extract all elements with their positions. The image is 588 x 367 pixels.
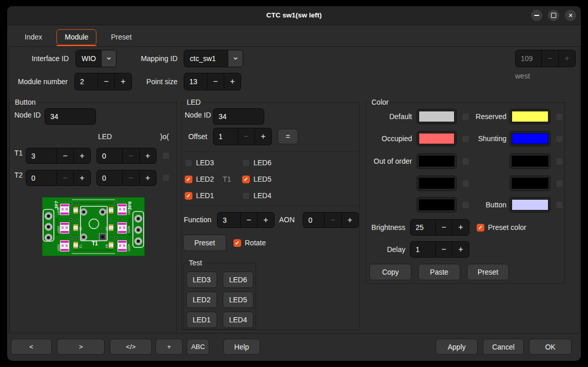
add-button[interactable]: +	[155, 339, 183, 355]
increment-button[interactable]: +	[224, 73, 241, 90]
increment-button[interactable]: +	[452, 242, 469, 257]
led3-checkbox[interactable]	[185, 159, 192, 167]
button-color-checkbox[interactable]	[556, 201, 563, 209]
increment-button[interactable]: +	[73, 148, 90, 163]
t1-checkbox[interactable]	[162, 152, 170, 160]
t2-led-spinner[interactable]: 0 − +	[96, 170, 156, 186]
extra-color-swatch-2[interactable]	[417, 176, 457, 191]
node-id-field[interactable]: 34	[213, 108, 264, 125]
test-led4-button[interactable]: LED4	[223, 312, 253, 328]
default-color-swatch[interactable]	[417, 109, 457, 124]
increment-button[interactable]: +	[73, 170, 90, 185]
led4-label: LED4	[253, 191, 271, 200]
close-button[interactable]: ✕	[565, 10, 576, 21]
led6-checkbox-row[interactable]: LED6	[242, 159, 271, 167]
t1-led-spinner[interactable]: 0 − +	[96, 148, 156, 164]
decrement-button[interactable]: −	[207, 73, 224, 90]
extra-color-checkbox-2[interactable]	[462, 180, 469, 187]
led-preset-button[interactable]: Preset	[183, 235, 226, 251]
led2-checkbox[interactable]: ✓	[185, 176, 192, 183]
test-led3-button[interactable]: LED3	[186, 272, 217, 288]
increment-button[interactable]: +	[139, 148, 156, 163]
extra-color-swatch-1[interactable]	[509, 153, 551, 169]
chevron-down-icon[interactable]: ⌄	[101, 50, 116, 67]
test-led2-button[interactable]: LED2	[186, 292, 217, 308]
decrement-button[interactable]: −	[435, 242, 452, 257]
interface-id-label: Interface ID	[18, 50, 69, 67]
next-button[interactable]: >	[57, 339, 105, 355]
abc-button[interactable]: ABC	[187, 339, 209, 355]
maximize-button[interactable]	[548, 10, 559, 21]
led2-checkbox-row[interactable]: ✓ LED2	[185, 175, 214, 183]
tab-preset[interactable]: Preset	[103, 29, 140, 45]
preset-color-checkbox-row[interactable]: ✓ Preset color	[477, 223, 526, 231]
mapping-id-combobox[interactable]: ctc_sw1 ⌄	[184, 50, 243, 67]
node-id-field[interactable]: 34	[45, 108, 96, 125]
tab-module[interactable]: Module	[56, 29, 96, 45]
apply-button[interactable]: Apply	[436, 339, 478, 355]
led1-checkbox[interactable]: ✓	[185, 192, 192, 200]
chevron-down-icon[interactable]: ⌄	[228, 50, 243, 67]
equals-button[interactable]: =	[278, 129, 298, 144]
minimize-button[interactable]	[531, 10, 542, 21]
led4-checkbox[interactable]	[242, 192, 250, 200]
decrement-button[interactable]: −	[56, 148, 73, 163]
extra-color-swatch-4[interactable]	[417, 197, 457, 213]
increment-button[interactable]: +	[254, 128, 271, 145]
increment-button[interactable]: +	[452, 220, 469, 235]
module-page: Interface ID WIO ⌄ Mapping ID ctc_sw1 ⌄ …	[9, 46, 580, 334]
ok-button[interactable]: OK	[529, 339, 572, 355]
button-color-swatch[interactable]	[509, 197, 551, 213]
decrement-button[interactable]: −	[97, 73, 114, 90]
tab-index[interactable]: Index	[16, 29, 50, 45]
rotate-checkbox[interactable]: ✓	[233, 239, 241, 247]
test-led5-button[interactable]: LED5	[223, 292, 253, 308]
t1-value-spinner[interactable]: 3 − +	[26, 148, 91, 164]
paste-button[interactable]: Paste	[418, 264, 460, 280]
decrement-button[interactable]: −	[240, 213, 257, 227]
copy-button[interactable]: Copy	[369, 264, 411, 280]
delay-spinner[interactable]: 1 − +	[410, 241, 469, 258]
function-spinner[interactable]: 3 − +	[217, 212, 275, 228]
increment-button[interactable]: +	[341, 213, 358, 227]
increment-button[interactable]: +	[139, 170, 156, 185]
shunting-color-checkbox[interactable]	[556, 135, 563, 143]
increment-button[interactable]: +	[114, 73, 131, 90]
led4-checkbox-row[interactable]: LED4	[242, 191, 271, 200]
reserved-color-checkbox[interactable]	[556, 113, 563, 121]
shunting-color-swatch[interactable]	[509, 131, 551, 146]
out-of-order-color-swatch[interactable]	[417, 153, 457, 169]
led6-checkbox[interactable]	[242, 159, 250, 167]
t2-checkbox[interactable]	[162, 174, 170, 182]
t2-value-spinner[interactable]: 0 − +	[26, 170, 91, 186]
pcb-led6-label: LED6	[127, 207, 130, 215]
extra-color-checkbox-1[interactable]	[556, 158, 563, 165]
led1-checkbox-row[interactable]: ✓ LED1	[185, 191, 214, 200]
aon-spinner[interactable]: 0 − +	[303, 212, 359, 228]
out-of-order-color-checkbox[interactable]	[462, 158, 469, 165]
decrement-button[interactable]: −	[435, 220, 452, 235]
extra-color-checkbox-3[interactable]	[556, 180, 563, 187]
reserved-color-swatch[interactable]	[509, 109, 551, 124]
interface-id-combobox[interactable]: WIO ⌄	[75, 50, 116, 67]
preset-color-checkbox[interactable]: ✓	[477, 224, 484, 231]
increment-button[interactable]: +	[257, 213, 274, 227]
led3-checkbox-row[interactable]: LED3	[185, 159, 214, 167]
cancel-button[interactable]: Cancel	[483, 339, 524, 355]
led5-checkbox[interactable]: ✓	[242, 176, 250, 183]
test-led6-button[interactable]: LED6	[223, 272, 253, 288]
brightness-spinner[interactable]: 25 − +	[410, 219, 469, 236]
function-label: Function	[184, 212, 211, 228]
occupied-color-swatch[interactable]	[417, 131, 457, 146]
color-preset-button[interactable]: Preset	[467, 264, 509, 280]
extra-color-swatch-3[interactable]	[509, 176, 551, 191]
point-size-spinner[interactable]: 13 − +	[184, 73, 241, 90]
offset-spinner[interactable]: 1 − +	[213, 128, 272, 145]
help-button[interactable]: Help	[223, 339, 260, 355]
prev-button[interactable]: <	[11, 339, 52, 355]
led5-checkbox-row[interactable]: ✓ LED5	[242, 175, 271, 183]
module-number-spinner[interactable]: 2 − +	[74, 73, 132, 90]
rotate-checkbox-row[interactable]: ✓ Rotate	[233, 239, 266, 247]
code-button[interactable]: </>	[110, 339, 152, 355]
test-led1-button[interactable]: LED1	[186, 312, 217, 328]
